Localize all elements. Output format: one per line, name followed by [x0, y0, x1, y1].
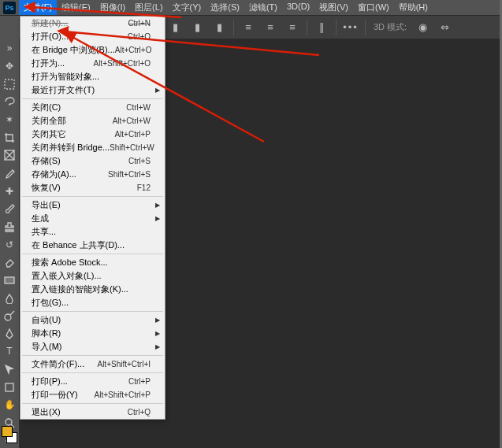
menu-item-3[interactable]: 图层(L) — [130, 0, 167, 15]
path-select-icon[interactable] — [2, 362, 17, 377]
gradient-tool-icon[interactable] — [2, 273, 17, 288]
menu-item-label: 恢复(V) — [32, 182, 61, 194]
align-left-icon[interactable]: ▮ — [165, 18, 184, 37]
menu-item-shortcut: Ctrl+N — [128, 19, 151, 28]
menu-item-label: 导出(E) — [32, 199, 61, 211]
file-menu-item-21[interactable]: 置入嵌入对象(L)... — [20, 269, 165, 283]
dist-v-icon[interactable]: ‖ — [312, 18, 331, 37]
menu-item-label: 新建(N)... — [32, 17, 68, 29]
file-menu-item-2[interactable]: 在 Bridge 中浏览(B)...Alt+Ctrl+O — [20, 43, 165, 57]
svg-rect-7 — [6, 383, 13, 391]
file-menu-item-20[interactable]: 搜索 Adobe Stock... — [20, 256, 165, 269]
move-tool-icon[interactable]: ✥ — [2, 59, 17, 74]
menu-item-shortcut: Ctrl+S — [128, 157, 151, 165]
menu-item-label: 文件简介(F)... — [32, 358, 84, 370]
history-brush-icon[interactable]: ↺ — [2, 237, 17, 252]
stamp-tool-icon[interactable] — [2, 220, 17, 235]
menu-item-shortcut: Alt+Ctrl+O — [115, 46, 152, 54]
collapse-icon[interactable]: » — [2, 41, 17, 56]
menu-item-0[interactable]: 文件(F) — [19, 0, 57, 15]
lasso-tool-icon[interactable] — [2, 94, 17, 109]
menu-item-4[interactable]: 文字(Y) — [168, 0, 206, 15]
menu-item-5[interactable]: 选择(S) — [206, 0, 244, 15]
wand-tool-icon[interactable]: ✶ — [2, 113, 17, 128]
menu-item-9[interactable]: 窗口(W) — [353, 0, 394, 15]
orbit-icon[interactable]: ◉ — [413, 18, 432, 37]
file-menu-item-12[interactable]: 存储为(A)...Shift+Ctrl+S — [20, 168, 165, 181]
menu-item-label: 退出(X) — [32, 406, 61, 418]
menu-separator — [22, 355, 163, 356]
menu-item-label: 打印一份(Y) — [32, 389, 78, 401]
crop-tool-icon[interactable] — [2, 130, 17, 145]
menu-item-shortcut: Ctrl+P — [128, 377, 151, 386]
type-tool-icon[interactable]: T — [2, 344, 17, 359]
dist-h1-icon[interactable]: ≡ — [239, 18, 258, 37]
svg-rect-4 — [5, 277, 14, 283]
menu-item-shortcut: F12 — [137, 183, 151, 192]
blur-tool-icon[interactable] — [2, 291, 17, 305]
file-menu-item-31[interactable]: 打印(P)...Ctrl+P — [20, 375, 165, 388]
menu-item-label: 关闭全部 — [32, 115, 66, 127]
hand-tool-icon[interactable]: ✋ — [2, 398, 17, 413]
menu-item-7[interactable]: 3D(D) — [282, 0, 314, 15]
eyedropper-tool-icon[interactable] — [2, 166, 17, 181]
file-menu-item-9[interactable]: 关闭其它Alt+Ctrl+P — [20, 128, 165, 141]
menu-item-shortcut: Alt+Shift+Ctrl+P — [95, 391, 151, 399]
file-menu-item-25[interactable]: 自动(U) — [20, 313, 165, 327]
file-menu-item-4[interactable]: 打开为智能对象... — [20, 70, 165, 83]
menu-item-1[interactable]: 编辑(E) — [57, 0, 95, 15]
menu-item-6[interactable]: 滤镜(T) — [244, 0, 282, 15]
menu-item-label: 生成 — [32, 213, 49, 224]
file-menu-item-8[interactable]: 关闭全部Alt+Ctrl+W — [20, 114, 165, 128]
more-icon[interactable]: ••• — [341, 18, 360, 37]
frame-tool-icon[interactable] — [2, 148, 17, 163]
eraser-tool-icon[interactable] — [2, 255, 17, 270]
dist-h3-icon[interactable]: ≡ — [283, 18, 302, 37]
menu-item-label: 打包(G)... — [32, 297, 69, 309]
menu-item-label: 存储为(A)... — [32, 168, 76, 180]
file-menu-item-32[interactable]: 打印一份(Y)Alt+Shift+Ctrl+P — [20, 388, 165, 402]
file-menu-item-15[interactable]: 导出(E) — [20, 198, 165, 212]
file-menu-item-3[interactable]: 打开为...Alt+Shift+Ctrl+O — [20, 57, 165, 70]
dodge-tool-icon[interactable] — [2, 309, 17, 324]
file-menu-item-27[interactable]: 导入(M) — [20, 340, 165, 354]
menu-item-2[interactable]: 图像(I) — [95, 0, 130, 15]
file-menu-item-34[interactable]: 退出(X)Ctrl+Q — [20, 405, 165, 419]
file-menu-dropdown: 新建(N)...Ctrl+N打开(O)...Ctrl+O在 Bridge 中浏览… — [20, 16, 165, 420]
file-menu-item-5[interactable]: 最近打开文件(T) — [20, 83, 165, 97]
color-swatches[interactable] — [2, 426, 17, 443]
foreground-color-swatch[interactable] — [2, 426, 13, 437]
file-menu-item-23[interactable]: 打包(G)... — [20, 296, 165, 309]
menu-item-10[interactable]: 帮助(H) — [394, 0, 433, 15]
marquee-tool-icon[interactable] — [2, 76, 17, 91]
file-menu-item-18[interactable]: 在 Behance 上共享(D)... — [20, 239, 165, 252]
pen-tool-icon[interactable] — [2, 327, 17, 342]
menu-item-8[interactable]: 视图(V) — [314, 0, 353, 15]
file-menu-item-22[interactable]: 置入链接的智能对象(K)... — [20, 283, 165, 296]
menu-item-shortcut: Alt+Ctrl+W — [113, 117, 151, 125]
menu-item-shortcut: Alt+Shift+Ctrl+I — [97, 360, 151, 368]
menu-item-shortcut: Shift+Ctrl+W — [110, 143, 154, 152]
file-menu-item-10[interactable]: 关闭并转到 Bridge...Shift+Ctrl+W — [20, 141, 165, 154]
dist-h2-icon[interactable]: ≡ — [261, 18, 280, 37]
menu-item-label: 自动(U) — [32, 314, 61, 326]
align-right-icon[interactable]: ▮ — [210, 18, 229, 37]
brush-tool-icon[interactable] — [2, 202, 17, 217]
heal-tool-icon[interactable]: ✚ — [2, 183, 17, 198]
file-menu-item-1[interactable]: 打开(O)...Ctrl+O — [20, 30, 165, 43]
pan-icon[interactable]: ⇔ — [435, 18, 454, 37]
file-menu-item-16[interactable]: 生成 — [20, 212, 165, 225]
svg-line-6 — [10, 311, 14, 315]
file-menu-item-13[interactable]: 恢复(V)F12 — [20, 181, 165, 194]
menu-item-shortcut: Shift+Ctrl+S — [108, 170, 151, 179]
file-menu-item-0[interactable]: 新建(N)...Ctrl+N — [20, 17, 165, 30]
file-menu-item-7[interactable]: 关闭(C)Ctrl+W — [20, 101, 165, 114]
file-menu-item-11[interactable]: 存储(S)Ctrl+S — [20, 154, 165, 168]
menu-item-shortcut: Ctrl+Q — [128, 408, 151, 417]
file-menu-item-26[interactable]: 脚本(R) — [20, 327, 165, 340]
file-menu-item-29[interactable]: 文件简介(F)...Alt+Shift+Ctrl+I — [20, 357, 165, 371]
menu-item-shortcut: Alt+Ctrl+P — [114, 130, 151, 139]
align-center-icon[interactable]: ▮ — [188, 18, 206, 37]
shape-tool-icon[interactable] — [2, 380, 17, 394]
file-menu-item-17[interactable]: 共享... — [20, 225, 165, 239]
